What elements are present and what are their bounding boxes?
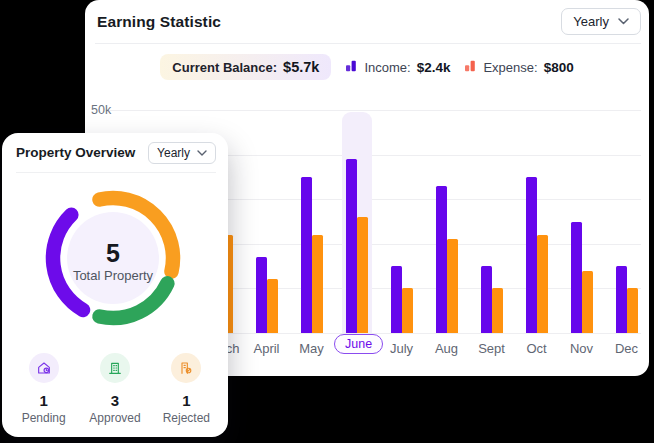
stat-pending-label: Pending — [22, 411, 66, 425]
bar-income-aug[interactable] — [436, 186, 447, 333]
total-property-value: 5 — [33, 239, 193, 268]
bar-expense-april[interactable] — [267, 279, 278, 333]
xaxis-month-label: Sept — [469, 341, 514, 356]
bar-expense-sept[interactable] — [492, 288, 503, 333]
stat-approved: 3 Approved — [82, 353, 148, 425]
xaxis-month-selected[interactable]: June — [334, 334, 383, 354]
building-approved-icon — [100, 353, 130, 383]
bar-expense-dec[interactable] — [627, 288, 638, 333]
gridline — [109, 110, 641, 111]
property-stats-row: 1 Pending 3 Approved 1 Rej — [8, 353, 222, 425]
bar-expense-oct[interactable] — [537, 235, 548, 333]
stat-approved-label: Approved — [89, 411, 140, 425]
bar-expense-june[interactable] — [357, 217, 368, 333]
xaxis-month-label: April — [244, 341, 289, 356]
xaxis-month-label: Dec — [604, 341, 649, 356]
chevron-down-icon — [197, 150, 207, 156]
bar-expense-july[interactable] — [402, 288, 413, 333]
xaxis-month-label: June — [334, 334, 379, 354]
bar-expense-nov[interactable] — [582, 271, 593, 333]
stat-pending-value: 1 — [39, 392, 47, 409]
bar-income-sept[interactable] — [481, 266, 492, 333]
bar-income-nov[interactable] — [571, 222, 582, 334]
stat-rejected-value: 1 — [182, 392, 190, 409]
bar-income-june[interactable] — [346, 159, 357, 333]
bar-income-april[interactable] — [256, 257, 267, 333]
property-period-dropdown[interactable]: Yearly — [148, 142, 216, 164]
building-rejected-icon — [171, 353, 201, 383]
xaxis-month-label: Aug — [424, 341, 469, 356]
property-period-value: Yearly — [157, 146, 190, 160]
bar-income-oct[interactable] — [526, 177, 537, 333]
stat-rejected-label: Rejected — [163, 411, 210, 425]
property-overview-card: Property Overview Yearly 5 Total Propert… — [2, 133, 228, 437]
xaxis-month-label: July — [379, 341, 424, 356]
property-card-title: Property Overview — [16, 145, 135, 160]
house-pending-icon — [29, 353, 59, 383]
property-card-header: Property Overview Yearly — [16, 133, 216, 173]
total-property-label: Total Property — [23, 268, 203, 283]
stat-pending: 1 Pending — [11, 353, 77, 425]
bar-income-may[interactable] — [301, 177, 312, 333]
bar-income-july[interactable] — [391, 266, 402, 333]
xaxis-month-label: May — [289, 341, 334, 356]
stat-rejected: 1 Rejected — [153, 353, 219, 425]
dashboard-stage: Earning Statistic Yearly Current Balance… — [0, 0, 654, 443]
xaxis-month-label: Oct — [514, 341, 559, 356]
bar-income-dec[interactable] — [616, 266, 627, 333]
bar-expense-may[interactable] — [312, 235, 323, 333]
bar-expense-aug[interactable] — [447, 239, 458, 333]
xaxis-month-label: Nov — [559, 341, 604, 356]
stat-approved-value: 3 — [111, 392, 119, 409]
